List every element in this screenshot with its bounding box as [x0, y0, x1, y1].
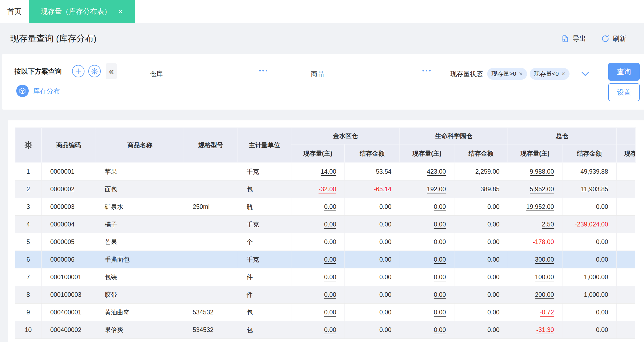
- cell-qty-link[interactable]: 0.00: [291, 321, 344, 339]
- cell-qty-link[interactable]: 192.00: [400, 180, 454, 198]
- cell-product-code: 000100001: [41, 268, 96, 286]
- table-row[interactable]: 40000004橘子千克0.000.000.000.002.50-239,024…: [15, 216, 635, 233]
- product-label: 商品: [311, 65, 328, 83]
- table-row[interactable]: 30000003矿泉水250ml瓶0.000.000.000.0019,952.…: [15, 198, 635, 216]
- table-row[interactable]: 10000001苹果千克14.0053.54423.002,259.009,98…: [15, 163, 635, 180]
- cell-product-code: 0000005: [41, 233, 96, 251]
- cell-qty-link[interactable]: 0.00: [291, 268, 344, 286]
- cell-qty-link[interactable]: 0.00: [291, 304, 344, 321]
- table-row[interactable]: 7000100001包装件0.000.000.000.00100.001,000…: [15, 268, 635, 286]
- cell-qty-link[interactable]: 0.00: [400, 304, 454, 321]
- cell-qty-link[interactable]: -178.00: [508, 233, 562, 251]
- cell-cut: [616, 180, 635, 198]
- cell-spec: [184, 268, 238, 286]
- cell-product-name: 矿泉水: [96, 198, 184, 216]
- cell-qty-link[interactable]: 0.00: [291, 286, 344, 304]
- stock-status-field: 现存量状态 现存量>0 × 现存量<0 ×: [450, 65, 589, 83]
- close-icon[interactable]: ×: [118, 8, 123, 16]
- cell-qty-link[interactable]: -0.72: [508, 304, 562, 321]
- cell-cut: [616, 198, 635, 216]
- cell-amount: 0.00: [344, 268, 400, 286]
- cell-cut: [616, 304, 635, 321]
- cell-cut: [616, 163, 635, 180]
- tag-close-icon[interactable]: ×: [561, 70, 565, 78]
- cell-qty-link[interactable]: 0.00: [291, 251, 344, 268]
- cell-qty-link[interactable]: 0.00: [291, 198, 344, 216]
- cell-qty-link[interactable]: 423.00: [400, 163, 454, 180]
- tab-active-inventory[interactable]: 现存量（库存分布表） ×: [29, 0, 135, 23]
- cell-qty-link[interactable]: 0.00: [400, 198, 454, 216]
- table-row[interactable]: 9000400001黄油曲奇534532包0.000.000.000.00-0.…: [15, 304, 635, 321]
- status-tag-negative[interactable]: 现存量<0 ×: [530, 68, 570, 80]
- table-row[interactable]: 20000002面包包-32.00-65.14192.00389.855,952…: [15, 180, 635, 198]
- cell-qty-link[interactable]: 5,952.00: [508, 180, 562, 198]
- table-body: 10000001苹果千克14.0053.54423.002,259.009,98…: [15, 163, 635, 339]
- add-plan-button[interactable]: [72, 65, 84, 77]
- title-actions: 导出 刷新: [561, 34, 626, 43]
- cell-spec: [184, 216, 238, 233]
- cell-amount: 0.00: [454, 198, 508, 216]
- cell-qty-link[interactable]: 0.00: [400, 216, 454, 233]
- cell-qty-link[interactable]: 0.00: [291, 216, 344, 233]
- cell-amount: 0.00: [344, 198, 400, 216]
- stock-status-label: 现存量状态: [450, 65, 483, 83]
- cell-qty-link[interactable]: 0.00: [400, 286, 454, 304]
- warehouse-input[interactable]: [167, 65, 269, 83]
- cell-qty-link[interactable]: 2.50: [508, 216, 562, 233]
- cell-qty-link[interactable]: 0.00: [400, 251, 454, 268]
- cell-product-name: 面包: [96, 180, 184, 198]
- cell-qty-link[interactable]: -31.30: [508, 321, 562, 339]
- cell-amount: 0.00: [454, 286, 508, 304]
- cell-qty-link[interactable]: 19,952.00: [508, 198, 562, 216]
- more-dots-icon[interactable]: [259, 70, 267, 71]
- cell-unit: 包: [238, 180, 291, 198]
- header-amount: 结存金额: [344, 144, 400, 163]
- plan-settings-button[interactable]: [88, 65, 101, 77]
- cell-qty-link[interactable]: 100.00: [508, 268, 562, 286]
- header-group-jinshui: 金水区仓: [291, 127, 400, 144]
- cell-amount: 0.00: [454, 233, 508, 251]
- cell-unit: 千克: [238, 163, 291, 180]
- stock-status-select[interactable]: 现存量>0 × 现存量<0 ×: [487, 65, 589, 83]
- table-row[interactable]: 8000100003胶带件0.000.000.000.00200.001,000…: [15, 286, 635, 304]
- query-button[interactable]: 查询: [608, 63, 640, 81]
- cell-amount: -239,024.00: [562, 216, 616, 233]
- tab-home[interactable]: 首页: [0, 0, 29, 23]
- cell-amount: -65.14: [344, 180, 400, 198]
- cell-qty-link[interactable]: 200.00: [508, 286, 562, 304]
- cell-product-code: 0000004: [41, 216, 96, 233]
- warehouse-field: 仓库: [150, 65, 269, 83]
- status-tag-positive[interactable]: 现存量>0 ×: [487, 68, 527, 80]
- cell-qty-link[interactable]: 300.00: [508, 251, 562, 268]
- export-icon: [561, 35, 569, 43]
- row-index: 6: [15, 251, 41, 268]
- table-row[interactable]: 60000006手撕面包千克0.000.000.000.00300.000.00: [15, 251, 635, 268]
- plan-item-inventory-distribution[interactable]: 库存分布: [16, 85, 60, 97]
- chevron-down-icon[interactable]: [581, 71, 589, 76]
- cell-product-name: 果倍爽: [96, 321, 184, 339]
- cell-amount: 0.00: [454, 321, 508, 339]
- cell-qty-link[interactable]: 0.00: [400, 268, 454, 286]
- collapse-panel-button[interactable]: «: [106, 63, 117, 79]
- settings-button[interactable]: 设置: [608, 83, 640, 101]
- table-row[interactable]: 10000400002果倍爽534532包0.000.000.000.00-31…: [15, 321, 635, 339]
- cell-product-code: 0000003: [41, 198, 96, 216]
- table-row[interactable]: 50000005芒果个0.000.000.000.00-178.000.00: [15, 233, 635, 251]
- cell-amount: 0.00: [344, 321, 400, 339]
- column-settings-button[interactable]: [15, 127, 41, 163]
- cell-qty-link[interactable]: 14.00: [291, 163, 344, 180]
- refresh-button[interactable]: 刷新: [601, 34, 626, 43]
- more-dots-icon[interactable]: [422, 70, 431, 71]
- cell-qty-link[interactable]: 0.00: [400, 233, 454, 251]
- cell-qty-link[interactable]: 0.00: [291, 233, 344, 251]
- cell-cut: [616, 251, 635, 268]
- cell-qty-link[interactable]: 9,988.00: [508, 163, 562, 180]
- cell-qty-link[interactable]: -32.00: [291, 180, 344, 198]
- product-input[interactable]: [328, 65, 432, 83]
- cell-qty-link[interactable]: 0.00: [400, 321, 454, 339]
- cell-amount: 0.00: [454, 216, 508, 233]
- cell-amount: 53.54: [344, 163, 400, 180]
- cell-spec: 534532: [184, 304, 238, 321]
- export-button[interactable]: 导出: [561, 34, 586, 43]
- tag-close-icon[interactable]: ×: [519, 70, 523, 78]
